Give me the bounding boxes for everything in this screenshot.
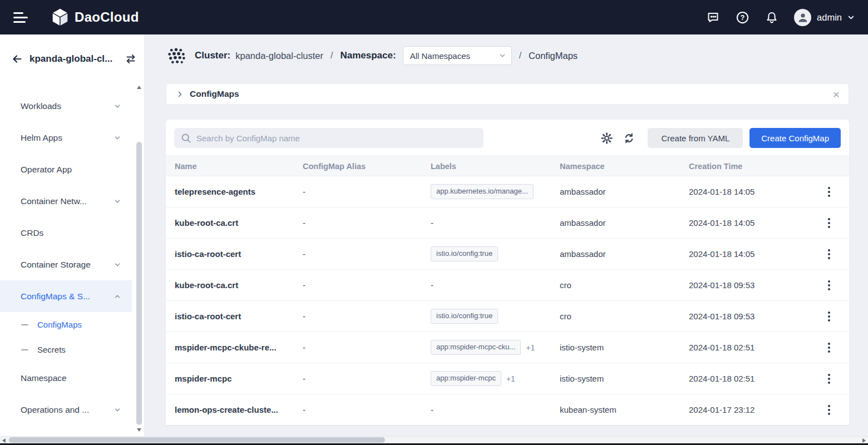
row-actions-kebab-icon[interactable] [825,309,834,324]
configmap-name-link[interactable]: lemon-ops-create-cluste... [175,405,278,414]
row-actions-kebab-icon[interactable] [825,371,834,387]
sidebar-item-operator-app[interactable]: Operator App [0,154,132,185]
sidebar-scrollbar-thumb[interactable] [136,142,142,425]
table-row[interactable]: istio-ca-root-cert - istio.io/config:tru… [166,301,849,332]
sidebar-item-crds[interactable]: CRDs [0,217,132,249]
configmap-name-link[interactable]: kube-root-ca.crt [175,218,238,228]
refresh-icon[interactable] [623,132,635,144]
brand[interactable]: DaoCloud [51,8,139,27]
toolbar-actions: Create from YAML Create ConfigMap [601,128,841,148]
scroll-left-icon[interactable] [2,438,6,443]
table-row[interactable]: lemon-ops-create-cluste... - - kubean-sy… [166,394,849,426]
sidebar-item-workloads[interactable]: Workloads [0,90,132,122]
sidebar-item-secrets[interactable]: Secrets [0,337,132,362]
create-configmap-button[interactable]: Create ConfigMap [749,128,841,148]
sidebar-item-label: Workloads [21,101,114,111]
table-row[interactable]: istio-ca-root-cert - istio.io/config:tru… [166,239,849,270]
configmap-name-link[interactable]: mspider-mcpc [175,374,232,383]
table-toolbar: Create from YAML Create ConfigMap [166,120,849,156]
breadcrumb: Cluster: kpanda-global-cluster / Namespa… [145,34,868,77]
col-labels[interactable]: Labels [422,156,551,176]
configmap-namespace: ambassador [560,187,606,196]
notifications-icon[interactable] [765,11,778,24]
settings-gear-icon[interactable] [601,132,613,144]
breadcrumb-separator: / [331,51,333,61]
sidebar-item-container-storage[interactable]: Container Storage [0,249,132,280]
sidebar-scrollbar[interactable] [136,85,142,433]
close-icon[interactable]: × [833,88,840,100]
configmap-table: Name ConfigMap Alias Labels Namespace Cr… [166,156,849,425]
search-input[interactable] [196,134,477,143]
table-row[interactable]: mspider-mcpc-ckube-re... - app:mspider-m… [166,332,849,363]
sidebar-cluster-name: kpanda-global-cl... [29,53,119,65]
row-actions-kebab-icon[interactable] [825,402,834,418]
sidebar-item-container-netw[interactable]: Container Netw... [0,185,132,217]
label-chip: app:mspider-mcpc [431,371,501,385]
search-box[interactable] [174,128,484,148]
configmap-labels: istio.io/config:true [431,310,498,320]
labels-more-count[interactable]: +1 [506,374,515,383]
chevron-right-icon[interactable] [176,91,184,98]
row-actions-kebab-icon[interactable] [825,278,834,293]
col-configmap-alias[interactable]: ConfigMap Alias [294,156,422,176]
table-row[interactable]: kube-root-ca.crt - - cro 2024-01-18 09:5… [166,270,849,301]
configmap-labels: app.kubernetes.io/manage... [431,186,534,195]
label-chip: istio.io/config:true [431,309,498,323]
messages-icon[interactable] [706,11,720,24]
table-row[interactable]: telepresence-agents - app.kubernetes.io/… [166,176,849,207]
col-name[interactable]: Name [166,156,294,176]
configmap-labels: app:mspider-mcpc+1 [431,373,515,382]
row-actions-kebab-icon[interactable] [825,184,834,200]
col-creation-time[interactable]: Creation Time [680,156,808,176]
table-row[interactable]: kube-root-ca.crt - - ambassador 2024-01-… [166,207,849,239]
horizontal-scrollbar[interactable] [0,436,868,443]
namespace-select[interactable]: All Namespaces [403,46,512,65]
sidebar-item-label: Container Storage [21,260,114,270]
back-arrow-icon[interactable] [11,53,23,65]
configmap-name-link[interactable]: kube-root-ca.crt [175,280,238,290]
configmap-name-link[interactable]: istio-ca-root-cert [175,249,241,259]
switch-cluster-icon[interactable] [125,54,136,64]
scroll-down-icon[interactable] [137,428,141,432]
sidebar-item-label: Namespace [21,373,121,383]
labels-more-count[interactable]: +1 [526,343,535,352]
horizontal-scrollbar-thumb[interactable] [9,437,385,443]
sidebar-item-helm-apps[interactable]: Helm Apps [0,122,132,154]
create-from-yaml-button[interactable]: Create from YAML [648,128,743,148]
dash-icon [21,349,28,350]
configmap-alias: - [303,249,305,259]
label-chip: istio.io/config:true [431,246,498,261]
configmap-labels: - [431,405,433,414]
menu-toggle-button[interactable] [13,12,28,23]
scroll-up-icon[interactable] [137,86,141,89]
chevron-down-icon [114,261,121,268]
scroll-right-icon[interactable] [862,438,866,443]
configmap-name-link[interactable]: telepresence-agents [175,187,255,196]
cluster-value[interactable]: kpanda-global-cluster [235,51,323,61]
sidebar-item-operations-and[interactable]: Operations and ... [0,394,132,426]
configmap-name-link[interactable]: istio-ca-root-cert [175,312,241,321]
sidebar-item-label: Operations and ... [21,405,114,415]
sidebar-item-configmaps[interactable]: ConfigMaps [0,312,132,337]
row-actions-kebab-icon[interactable] [825,215,834,231]
sidebar-item-configmaps-s[interactable]: ConfigMaps & S... [0,280,132,312]
chevron-up-icon [114,293,121,300]
configmap-namespace: ambassador [560,249,606,259]
user-menu[interactable]: admin [794,9,855,26]
table-row[interactable]: mspider-mcpc - app:mspider-mcpc+1 istio-… [166,363,849,394]
row-actions-kebab-icon[interactable] [825,340,834,355]
help-icon[interactable]: ? [736,11,749,24]
sidebar-menu: WorkloadsHelm AppsOperator AppContainer … [0,83,132,436]
chevron-down-icon [114,407,121,413]
col-namespace[interactable]: Namespace [551,156,680,176]
configmap-alias: - [303,343,305,352]
namespace-label: Namespace: [340,50,396,61]
configmap-name-link[interactable]: mspider-mcpc-ckube-re... [175,343,277,352]
sidebar-item-label: Operator App [21,165,121,175]
avatar-icon [794,9,811,26]
sidebar-item-namespace[interactable]: Namespace [0,362,132,394]
row-actions-kebab-icon[interactable] [825,246,834,262]
configmap-creation-time: 2024-01-18 14:05 [689,187,754,196]
configmaps-panel-header[interactable]: ConfigMaps × [166,83,849,105]
sidebar-item-label: ConfigMaps [37,320,121,329]
